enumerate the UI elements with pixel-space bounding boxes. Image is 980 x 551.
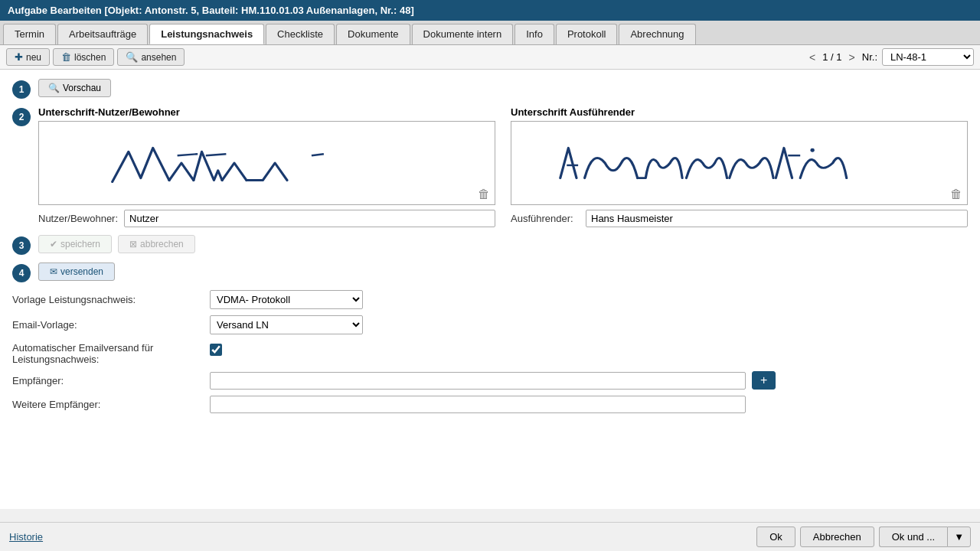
ok-button[interactable]: Ok [756,527,795,547]
step1-row: 1 🔍 Vorschau [12,79,968,99]
ok-und-button[interactable]: Ok und ... [879,527,947,547]
x-icon: ⊠ [129,239,137,249]
auto-email-row: Automatischer Emailversand für Leistungs… [12,341,968,365]
sig-nutzer-delete-icon[interactable]: 🗑 [478,187,490,201]
step3-row: 3 ✔ speichern ⊠ abbrechen [12,235,968,255]
empfaenger-label: Empfänger: [12,375,204,386]
check-icon: ✔ [50,239,57,249]
tab-leistungsnachweis[interactable]: Leistungsnachweis [149,24,264,44]
bottom-buttons: Ok Abbrechen Ok und ... ▼ [756,527,971,547]
ausfuehrender-input[interactable] [586,210,968,227]
step4-badge: 4 [12,264,31,282]
tab-protokoll[interactable]: Protokoll [556,24,618,44]
vorlage-select[interactable]: VDMA- Protokoll [210,290,363,309]
sig-ausfuehrender-canvas[interactable]: 🗑 [511,121,968,205]
nr-label: Nr.: [862,51,877,63]
tab-dokumente[interactable]: Dokumente [336,24,410,44]
pagination: < 1 / 1 > Nr.: LN-48-1 [807,48,974,66]
tab-checkliste[interactable]: Checkliste [266,24,335,44]
sig-nutzer-block: Unterschrift-Nutzer/Bewohner [38,106,495,205]
step1-badge: 1 [12,80,31,99]
sig-ausfuehrender-block: Unterschrift Ausführender [511,106,968,205]
tab-dokumente-intern[interactable]: Dokumente intern [412,24,514,44]
bottom-bar: Historie Ok Abbrechen Ok und ... ▼ [0,522,980,551]
tab-bar: Termin Arbeitsaufträge Leistungsnachweis… [0,21,980,45]
ok-und-split: Ok und ... ▼ [879,527,971,547]
envelope-icon: ✉ [50,266,57,277]
sig-nutzer-label: Unterschrift-Nutzer/Bewohner [38,106,495,118]
step4-row: 4 ✉ versenden [12,262,968,282]
search-icon: 🔍 [48,83,60,93]
auto-email-label: Automatischer Emailversand für Leistungs… [12,341,204,365]
empfaenger-add-button[interactable]: + [752,371,776,390]
tab-abrechnung[interactable]: Abrechnung [619,24,695,44]
main-content: 1 🔍 Vorschau 2 Unterschrift-Nutzer/Bewoh… [0,70,980,509]
empfaenger-input[interactable] [210,372,746,390]
prev-page-button[interactable]: < [807,51,818,64]
empfaenger-row: Empfänger: + [12,371,968,390]
form-section: Vorlage Leistungsnachweis: VDMA- Protoko… [12,290,968,413]
tab-arbeitsauftraege[interactable]: Arbeitsaufträge [57,24,148,44]
nutzer-bewohner-label: Nutzer/Bewohner: [38,213,118,224]
abbrechen-button[interactable]: ⊠ abbrechen [118,235,195,253]
ausfuehrender-label: Ausführender: [511,213,580,224]
auto-email-checkbox[interactable] [210,344,222,356]
page-info: 1 / 1 [822,51,841,63]
email-vorlage-select[interactable]: Versand LN [210,315,363,334]
toolbar: ✚ neu 🗑 löschen 🔍 ansehen < 1 / 1 > Nr.:… [0,45,980,70]
nutzer-bewohner-input[interactable] [124,210,495,227]
sig-ausfuehrender-delete-icon[interactable]: 🗑 [950,187,962,201]
trash-icon: 🗑 [61,51,71,63]
vorlage-row: Vorlage Leistungsnachweis: VDMA- Protoko… [12,290,968,309]
sig-ausfuehrender-label: Unterschrift Ausführender [511,106,968,118]
vorschau-button[interactable]: 🔍 Vorschau [38,79,111,97]
weitere-empfaenger-row: Weitere Empfänger: [12,396,968,413]
search-icon: 🔍 [126,51,138,63]
historie-link[interactable]: Historie [9,531,43,543]
loschen-button[interactable]: 🗑 löschen [53,48,114,66]
email-vorlage-row: Email-Vorlage: Versand LN [12,315,968,334]
plus-icon: ✚ [15,51,23,63]
vorlage-label: Vorlage Leistungsnachweis: [12,294,204,305]
tab-info[interactable]: Info [514,24,554,44]
versenden-button[interactable]: ✉ versenden [38,262,115,281]
ok-und-dropdown-button[interactable]: ▼ [947,527,971,547]
step3-badge: 3 [12,236,31,255]
weitere-empfaenger-input[interactable] [210,396,746,413]
email-vorlage-label: Email-Vorlage: [12,319,204,331]
step2-row: 2 Unterschrift-Nutzer/Bewohner [12,106,968,227]
tab-termin[interactable]: Termin [3,24,56,44]
title-text: Aufgabe Bearbeiten [Objekt: Antonstr. 5,… [8,5,414,16]
next-page-button[interactable]: > [847,51,858,64]
title-bar: Aufgabe Bearbeiten [Objekt: Antonstr. 5,… [0,0,980,21]
name-fields: Nutzer/Bewohner: Ausführender: [38,210,968,227]
weitere-empfaenger-label: Weitere Empfänger: [12,399,204,410]
ansehen-button[interactable]: 🔍 ansehen [117,48,185,66]
signature-section: Unterschrift-Nutzer/Bewohner [38,106,968,205]
neu-button[interactable]: ✚ neu [6,48,50,66]
svg-point-0 [810,148,814,152]
step2-badge: 2 [12,108,31,126]
sig-nutzer-canvas[interactable]: 🗑 [38,121,495,205]
nr-select[interactable]: LN-48-1 [882,48,974,66]
bottom-abbrechen-button[interactable]: Abbrechen [800,527,874,547]
speichern-button[interactable]: ✔ speichern [38,235,112,253]
